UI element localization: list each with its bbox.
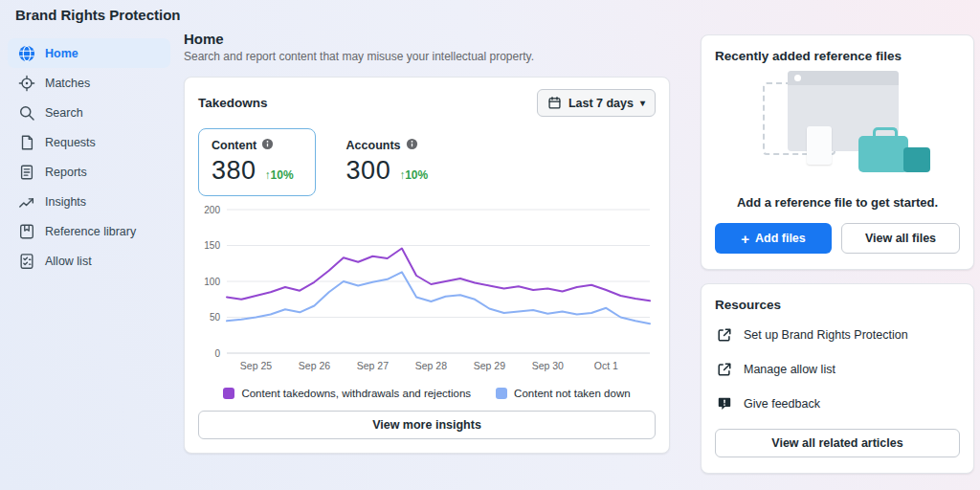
date-range-label: Last 7 days <box>568 97 634 110</box>
svg-text:Oct 1: Oct 1 <box>594 360 618 371</box>
legend-item: Content takedowns, withdrawals and rejec… <box>223 388 471 399</box>
sidebar-item-label: Insights <box>45 195 86 209</box>
info-icon[interactable] <box>406 138 418 153</box>
info-icon[interactable] <box>261 138 274 153</box>
reference-files-message: Add a reference file to get started. <box>715 195 960 210</box>
browser-window-titlebar <box>788 71 899 85</box>
plus-icon: + <box>741 232 749 246</box>
legend-label: Content takedowns, withdrawals and rejec… <box>241 388 471 399</box>
page-title: Brand Rights Protection <box>15 7 181 23</box>
sidebar-item-requests[interactable]: Requests <box>8 127 170 157</box>
add-files-button[interactable]: + Add files <box>715 223 832 254</box>
takedowns-card: Takedowns Last 7 days ▾ Content380↑10%Ac… <box>184 77 670 454</box>
takedowns-card-header: Takedowns Last 7 days ▾ <box>198 89 656 117</box>
legend-label: Content not taken down <box>514 388 630 399</box>
stat-accounts[interactable]: Accounts300↑10% <box>333 128 451 196</box>
add-files-label: Add files <box>755 232 806 245</box>
calendar-icon <box>547 96 562 110</box>
sidebar-item-reference-library[interactable]: Reference library <box>8 216 170 246</box>
resources-title: Resources <box>715 298 960 312</box>
legend-swatch <box>496 388 507 399</box>
sidebar-item-allow-list[interactable]: Allow list <box>8 246 170 276</box>
view-more-insights-button[interactable]: View more insights <box>198 411 656 439</box>
svg-text:0: 0 <box>214 348 220 359</box>
svg-text:Sep 30: Sep 30 <box>532 360 564 371</box>
reference-library-icon <box>18 223 35 240</box>
section-title: Home <box>184 31 681 47</box>
insights-icon <box>18 193 35 211</box>
sidebar-item-insights[interactable]: Insights <box>8 187 170 216</box>
sidebar-item-label: Matches <box>45 77 90 90</box>
resource-link-set-up-brand-rights-protection[interactable]: Set up Brand Rights Protection <box>715 318 960 352</box>
matches-icon <box>18 75 35 92</box>
stat-content[interactable]: Content380↑10% <box>198 128 316 196</box>
reference-files-card: Recently added reference files Add a ref… <box>701 34 974 270</box>
svg-text:100: 100 <box>204 277 220 287</box>
feedback-icon <box>717 396 732 412</box>
legend-item: Content not taken down <box>496 388 630 399</box>
external-link-icon <box>717 362 732 377</box>
sidebar-item-label: Reports <box>45 166 87 179</box>
stat-label: Accounts <box>346 139 401 152</box>
sidebar-item-home[interactable]: Home <box>8 38 170 68</box>
requests-icon <box>18 134 35 151</box>
resources-list: Set up Brand Rights ProtectionManage all… <box>715 318 960 421</box>
svg-text:Sep 29: Sep 29 <box>474 360 505 371</box>
small-teal-case-shape <box>903 147 930 172</box>
stat-value: 300 <box>346 156 391 186</box>
resource-link-label: Manage allow list <box>744 363 835 376</box>
stat-value: 380 <box>212 156 256 186</box>
sidebar-item-reports[interactable]: Reports <box>8 157 170 187</box>
sidebar-item-label: Reference library <box>45 225 136 238</box>
stat-delta: ↑10% <box>265 168 294 182</box>
external-link-icon <box>717 327 732 343</box>
sidebar-item-label: Home <box>45 47 78 60</box>
view-all-articles-button[interactable]: View all related articles <box>715 429 960 457</box>
stats-row: Content380↑10%Accounts300↑10% <box>198 128 656 196</box>
sidebar-item-search[interactable]: Search <box>8 98 170 127</box>
takedowns-chart: 050100150200Sep 25Sep 26Sep 27Sep 28Sep … <box>198 202 657 384</box>
reports-icon <box>18 164 35 181</box>
sidebar-item-matches[interactable]: Matches <box>8 68 170 98</box>
teal-briefcase-shape <box>858 136 908 172</box>
svg-text:Sep 26: Sep 26 <box>299 360 330 371</box>
svg-text:Sep 28: Sep 28 <box>415 360 447 371</box>
allow-list-icon <box>18 253 35 270</box>
svg-text:150: 150 <box>204 240 220 251</box>
browser-window-dot <box>794 75 801 81</box>
svg-text:200: 200 <box>204 205 220 215</box>
home-icon <box>18 45 35 62</box>
reference-files-actions: + Add files View all files <box>715 223 960 254</box>
section-subtitle: Search and report content that may misus… <box>184 50 681 63</box>
main-content: Home Search and report content that may … <box>184 31 681 454</box>
view-all-files-button[interactable]: View all files <box>841 223 960 254</box>
resource-link-label: Give feedback <box>744 397 820 411</box>
resource-link-manage-allow-list[interactable]: Manage allow list <box>715 352 960 387</box>
sidebar-item-label: Allow list <box>45 255 92 268</box>
reference-files-title: Recently added reference files <box>715 49 960 63</box>
sidebar-item-label: Requests <box>45 136 96 149</box>
white-file-shape <box>807 126 832 165</box>
stat-label: Content <box>212 139 256 152</box>
resource-link-label: Set up Brand Rights Protection <box>744 328 908 342</box>
svg-text:50: 50 <box>210 312 221 323</box>
chart-legend: Content takedowns, withdrawals and rejec… <box>198 388 656 399</box>
sidebar-item-label: Search <box>45 106 83 120</box>
stat-delta: ↑10% <box>399 168 428 182</box>
search-icon <box>18 104 35 122</box>
date-range-button[interactable]: Last 7 days ▾ <box>537 89 656 117</box>
svg-text:Sep 27: Sep 27 <box>357 360 389 371</box>
right-column: Recently added reference files Add a ref… <box>701 34 974 474</box>
resource-link-give-feedback[interactable]: Give feedback <box>715 387 960 421</box>
takedowns-title: Takedowns <box>198 96 268 110</box>
chevron-down-icon: ▾ <box>640 98 645 108</box>
svg-text:Sep 25: Sep 25 <box>240 360 272 371</box>
legend-swatch <box>223 388 234 399</box>
resources-card: Resources Set up Brand Rights Protection… <box>701 283 974 474</box>
sidebar: HomeMatchesSearchRequestsReportsInsights… <box>8 38 170 276</box>
reference-files-illustration <box>715 67 960 191</box>
